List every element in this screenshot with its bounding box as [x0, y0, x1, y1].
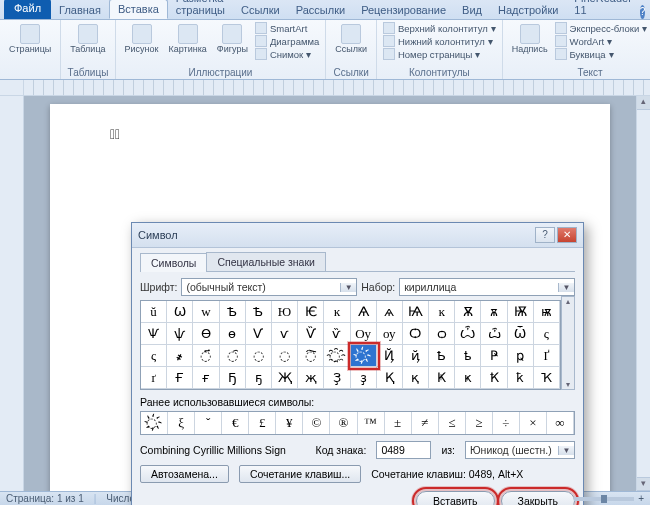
symbol-cell[interactable]: ѧ	[377, 301, 403, 323]
symbol-cell[interactable]: ŭ	[141, 301, 167, 323]
symbol-cell[interactable]: ѽ	[481, 323, 507, 345]
symbol-cell[interactable]: Ҕ	[220, 367, 246, 389]
font-combo[interactable]: (обычный текст)▼	[181, 278, 357, 296]
symbol-cell[interactable]: Ѳ	[193, 323, 219, 345]
symbol-cell[interactable]: ĸ	[429, 301, 455, 323]
recent-cell[interactable]: ¥	[276, 412, 303, 434]
symbol-cell[interactable]: Ѷ	[298, 323, 324, 345]
clipart-button[interactable]: Картинка	[166, 22, 210, 56]
symbol-cell[interactable]: ѭ	[534, 301, 560, 323]
from-combo[interactable]: Юникод (шестн.)▼	[465, 441, 575, 459]
recent-cell[interactable]: ≤	[439, 412, 466, 434]
symbol-cell[interactable]: Ҏ	[481, 345, 507, 367]
symbol-cell[interactable]: ◌	[246, 345, 272, 367]
symbol-cell[interactable]: ◌҉	[351, 345, 377, 367]
symbol-cell[interactable]: ґ	[141, 367, 167, 389]
tab-review[interactable]: Рецензирование	[353, 1, 454, 19]
recent-cell[interactable]: ®	[330, 412, 357, 434]
symbol-cell[interactable]: ◌҈	[324, 345, 350, 367]
shapes-button[interactable]: Фигуры	[214, 22, 251, 56]
symbol-cell[interactable]: Ғ	[167, 367, 193, 389]
recent-cell[interactable]: ◌҉	[141, 412, 168, 434]
pages-button[interactable]: Страницы	[6, 22, 54, 56]
chart-button[interactable]: Диаграмма	[255, 35, 319, 47]
dialog-close-button[interactable]: ✕	[557, 227, 577, 243]
symbol-cell[interactable]: Ѵ	[246, 323, 272, 345]
symbol-cell[interactable]: ѳ	[220, 323, 246, 345]
symbol-cell[interactable]: ҟ	[508, 367, 534, 389]
recent-cell[interactable]: ξ	[168, 412, 195, 434]
symbol-cell[interactable]: Ѡ	[167, 301, 193, 323]
tab-symbols[interactable]: Символы	[140, 253, 207, 272]
table-button[interactable]: Таблица	[67, 22, 108, 56]
symbol-cell[interactable]: ѷ	[324, 323, 350, 345]
symbol-cell[interactable]: Ґ	[534, 345, 560, 367]
code-input[interactable]	[376, 441, 431, 459]
file-tab[interactable]: Файл	[4, 0, 51, 19]
symbol-cell[interactable]: Ҍ	[429, 345, 455, 367]
symbol-cell[interactable]: Ѧ	[351, 301, 377, 323]
tab-special[interactable]: Специальные знаки	[206, 252, 325, 271]
symbol-cell[interactable]: ѻ	[429, 323, 455, 345]
recent-cell[interactable]: ×	[520, 412, 547, 434]
symbol-cell[interactable]: ҏ	[508, 345, 534, 367]
subset-combo[interactable]: кириллица▼	[399, 278, 575, 296]
recent-cell[interactable]: ∞	[547, 412, 574, 434]
symbol-cell[interactable]: Ҟ	[481, 367, 507, 389]
symbol-cell[interactable]: ◌҃	[193, 345, 219, 367]
symbol-cell[interactable]: ς	[534, 323, 560, 345]
symbol-cell[interactable]: Оу	[351, 323, 377, 345]
footer-button[interactable]: Нижний колонтитул ▾	[383, 35, 496, 47]
header-button[interactable]: Верхний колонтитул ▾	[383, 22, 496, 34]
quickparts-button[interactable]: Экспресс-блоки ▾	[555, 22, 648, 34]
symbol-cell[interactable]: w	[193, 301, 219, 323]
tab-home[interactable]: Главная	[51, 1, 109, 19]
symbol-cell[interactable]: Ѩ	[403, 301, 429, 323]
symbol-cell[interactable]: ҍ	[455, 345, 481, 367]
grid-scrollbar[interactable]: ▴▾	[561, 296, 575, 390]
symbol-cell[interactable]: Ҡ	[534, 367, 560, 389]
tab-layout[interactable]: Разметка страницы	[168, 0, 233, 19]
symbol-cell[interactable]: Ѿ	[508, 323, 534, 345]
symbol-cell[interactable]: ѫ	[481, 301, 507, 323]
zoom-slider[interactable]	[574, 497, 634, 501]
symbol-cell[interactable]: Ѥ	[298, 301, 324, 323]
symbol-cell[interactable]: ҂	[167, 345, 193, 367]
recent-cell[interactable]: ≥	[466, 412, 493, 434]
recent-cell[interactable]: €	[222, 412, 249, 434]
status-page[interactable]: Страница: 1 из 1	[6, 493, 84, 504]
symbol-cell[interactable]: Ҝ	[429, 367, 455, 389]
symbol-cell[interactable]: оу	[377, 323, 403, 345]
symbol-cell[interactable]: Ѽ	[455, 323, 481, 345]
tab-references[interactable]: Ссылки	[233, 1, 288, 19]
picture-button[interactable]: Рисунок	[122, 22, 162, 56]
tab-view[interactable]: Вид	[454, 1, 490, 19]
wordart-button[interactable]: WordArt ▾	[555, 35, 648, 47]
recent-cell[interactable]: ±	[385, 412, 412, 434]
symbol-cell[interactable]: Ѣ	[220, 301, 246, 323]
screenshot-button[interactable]: Снимок ▾	[255, 48, 319, 60]
tab-mailings[interactable]: Рассылки	[288, 1, 353, 19]
symbol-cell[interactable]: Ѭ	[508, 301, 534, 323]
zoom-in-icon[interactable]: +	[638, 493, 644, 504]
symbol-cell[interactable]: Қ	[377, 367, 403, 389]
symbol-cell[interactable]: Ѻ	[403, 323, 429, 345]
symbol-cell[interactable]: ғ	[193, 367, 219, 389]
symbol-cell[interactable]: ҙ	[351, 367, 377, 389]
shortcut-button[interactable]: Сочетание клавиш...	[239, 465, 361, 483]
symbol-cell[interactable]: Ҙ	[324, 367, 350, 389]
symbol-cell[interactable]: Ѣ	[246, 301, 272, 323]
smartart-button[interactable]: SmartArt	[255, 22, 319, 34]
recent-cell[interactable]: ÷	[493, 412, 520, 434]
recent-cell[interactable]: ™	[358, 412, 385, 434]
dropcap-button[interactable]: Буквица ▾	[555, 48, 648, 60]
recent-cell[interactable]: ≠	[412, 412, 439, 434]
close-button[interactable]: Закрыть	[501, 491, 575, 505]
symbol-cell[interactable]: ◌҇	[298, 345, 324, 367]
tab-addins[interactable]: Надстройки	[490, 1, 566, 19]
symbol-cell[interactable]: ҝ	[455, 367, 481, 389]
symbol-cell[interactable]: ◌	[272, 345, 298, 367]
symbol-cell[interactable]: ҋ	[403, 345, 429, 367]
recent-cell[interactable]: ©	[303, 412, 330, 434]
recent-cell[interactable]: ˇ	[195, 412, 222, 434]
